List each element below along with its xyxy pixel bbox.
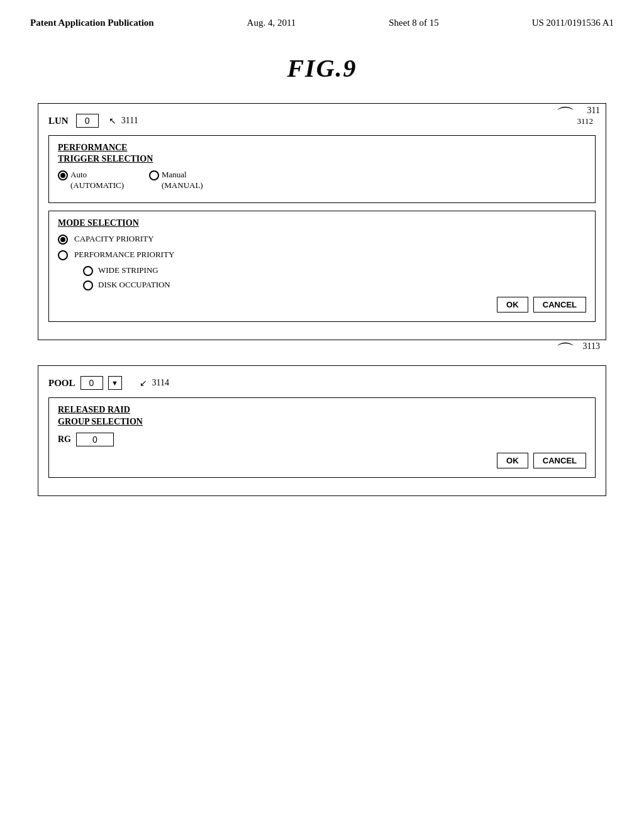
lun-input[interactable] [76, 114, 99, 128]
pool-row: POOL ▼ ↙ 3114 [48, 376, 596, 390]
patent-header: Patent Application Publication Aug. 4, 2… [0, 0, 644, 35]
pub-date: Aug. 4, 2011 [247, 18, 296, 28]
mode-selection-title: MODE SELECTION [58, 218, 586, 229]
manual-radio-item: Manual (MANUAL) [149, 170, 203, 191]
rr-section-title: RELEASED RAID GROUP SELECTION [58, 404, 586, 427]
rg-input[interactable] [76, 433, 114, 446]
arrow-3114: ↙ [140, 378, 147, 389]
pool-dropdown-button[interactable]: ▼ [108, 376, 122, 390]
performance-priority-row: PERFORMANCE PRIORITY [58, 250, 586, 260]
perf-trigger-section: PERFORMANCE TRIGGER SELECTION Auto (AUTO… [48, 135, 596, 203]
sheet-info: Sheet 8 of 15 [389, 18, 439, 28]
top-button-row: OK CANCEL [58, 297, 586, 313]
disk-occupation-label: DISK OCCUPATION [98, 280, 170, 290]
top-outer-box: 3112 LUN ↖ 3111 PERFORMANCE TRIGGER SELE… [38, 103, 606, 340]
capacity-priority-row: CAPACITY PRIORITY [58, 234, 586, 245]
pub-title: Patent Application Publication [30, 18, 154, 28]
perf-trigger-title: PERFORMANCE TRIGGER SELECTION [58, 142, 586, 165]
mode-selection-section: MODE SELECTION CAPACITY PRIORITY PERFORM… [48, 211, 596, 322]
bottom-cancel-button[interactable]: CANCEL [533, 453, 586, 468]
wide-striping-row: WIDE STRIPING [83, 265, 586, 276]
arrow-3111: ↖ [109, 116, 116, 126]
sub-radio-group: WIDE STRIPING DISK OCCUPATION [83, 265, 586, 290]
performance-priority-label: PERFORMANCE PRIORITY [74, 250, 174, 260]
top-cancel-button[interactable]: CANCEL [533, 297, 586, 313]
rg-label: RG [58, 434, 71, 445]
bracket-3113: ⌒ [556, 339, 575, 365]
rr-group-section: RELEASED RAID GROUP SELECTION RG OK CANC… [48, 397, 596, 477]
ref-3114: 3114 [152, 378, 169, 388]
auto-radio-item: Auto (AUTOMATIC) [58, 170, 124, 191]
patent-number: US 2011/0191536 A1 [532, 18, 614, 28]
figure-title: FIG.9 [0, 53, 644, 83]
bottom-panel-content: POOL ▼ ↙ 3114 RELEASED RAID GROUP SELECT… [48, 376, 596, 477]
ref-3113-label: 3113 [583, 341, 600, 351]
trigger-radio-row: Auto (AUTOMATIC) Manual (MANUAL) [58, 170, 586, 191]
wide-striping-radio[interactable] [83, 266, 93, 276]
wide-striping-label: WIDE STRIPING [98, 265, 158, 276]
top-panel-content: 3112 LUN ↖ 3111 PERFORMANCE TRIGGER SELE… [48, 114, 596, 322]
top-ok-button[interactable]: OK [497, 297, 528, 313]
capacity-priority-label: CAPACITY PRIORITY [74, 234, 154, 245]
bottom-ok-button[interactable]: OK [497, 453, 528, 468]
manual-radio-text: Manual (MANUAL) [162, 170, 203, 191]
bottom-outer-box: POOL ▼ ↙ 3114 RELEASED RAID GROUP SELECT… [38, 365, 606, 495]
ref-3112: 3112 [577, 116, 593, 126]
disk-occupation-row: DISK OCCUPATION [83, 280, 586, 290]
performance-priority-radio[interactable] [58, 250, 68, 260]
capacity-priority-radio[interactable] [58, 235, 68, 245]
auto-radio-text: Auto (AUTOMATIC) [70, 170, 124, 191]
manual-radio-empty[interactable] [149, 170, 159, 180]
ref-3111: 3111 [121, 116, 138, 126]
lun-label: LUN [48, 116, 69, 126]
disk-occupation-radio[interactable] [83, 280, 93, 290]
diagram-area: 311 ⌒ 3112 LUN ↖ 3111 PERFORMANCE TRIGGE… [38, 103, 606, 496]
pool-label: POOL [48, 378, 75, 389]
bottom-button-row: OK CANCEL [58, 453, 586, 468]
rg-row: RG [58, 433, 586, 446]
pool-input[interactable] [80, 376, 103, 390]
auto-radio-filled[interactable] [58, 170, 68, 180]
lun-row: LUN ↖ 3111 [48, 114, 596, 128]
